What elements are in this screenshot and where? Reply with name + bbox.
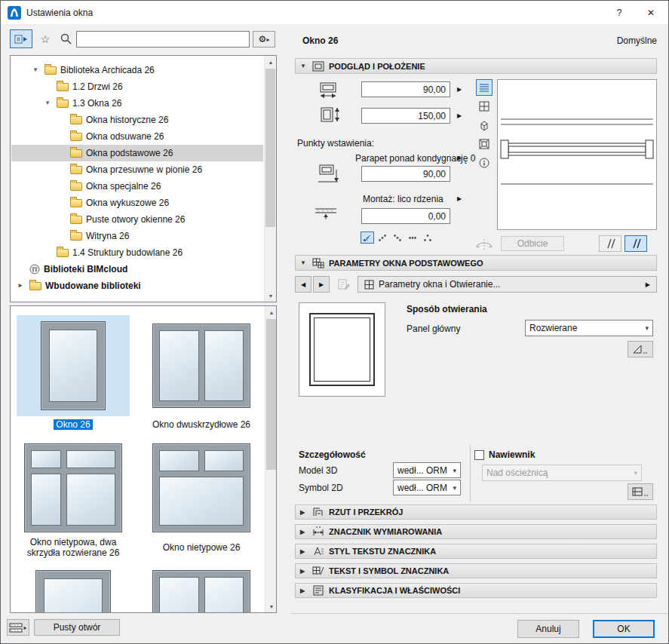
tree-item-struktury-budowlane[interactable]: 1.4 Struktury budowlane 26: [11, 244, 263, 261]
anchor-point-button-3[interactable]: [391, 232, 404, 244]
thumbnail-okno-26[interactable]: [17, 315, 130, 416]
width-field[interactable]: 90,00: [361, 81, 450, 97]
section-title: STYL TEKSTU ZNACZNIKA: [329, 547, 436, 556]
height-popup-button[interactable]: ▶: [453, 108, 465, 124]
chevron-right-icon[interactable]: ▸: [16, 281, 25, 289]
favorites-button[interactable]: ☆: [35, 29, 55, 48]
scroll-up-icon[interactable]: ▲: [265, 306, 277, 318]
orientation-left-button[interactable]: [599, 235, 621, 252]
tree-item-okna-specjalne[interactable]: Okna specjalne 26: [11, 178, 263, 195]
prev-page-button[interactable]: ◀: [295, 276, 311, 293]
chevron-down-icon[interactable]: ▾: [43, 99, 52, 106]
anchor-point-button-1[interactable]: [361, 232, 374, 244]
anchor-point-button-2[interactable]: [376, 232, 389, 244]
section-preview-position[interactable]: ▼ PODGLĄD I POŁOŻENIE: [295, 58, 657, 74]
section-title: TEKST I SYMBOL ZNACZNIKA: [329, 566, 449, 575]
mirror-axis-icon: [474, 238, 494, 251]
folder-icon: [44, 66, 57, 75]
sill-height-field[interactable]: 90,00: [361, 166, 450, 182]
marker-symbol-icon: [312, 566, 324, 576]
thumbnail-okno-nietypowa-dwa[interactable]: [17, 437, 130, 538]
scroll-up-icon[interactable]: ▲: [265, 56, 277, 68]
folder-icon: [70, 232, 82, 241]
view-mode-grid-button[interactable]: [476, 98, 493, 115]
anchor-point-button-4[interactable]: [406, 232, 419, 244]
tree-scrollbar-thumb[interactable]: [265, 69, 275, 227]
anchor-point-button-5[interactable]: [421, 232, 434, 244]
info-button[interactable]: [476, 155, 493, 171]
section-lines-icon: [479, 82, 489, 93]
anchor-popup-button[interactable]: ▶: [453, 192, 465, 204]
section-marker-text-style[interactable]: ▶ STYL TEKSTU ZNACZNIKA: [295, 544, 657, 559]
sill-height-icon: [317, 164, 339, 183]
tree-item-drzwi[interactable]: 1.2 Drzwi 26: [11, 78, 263, 95]
search-input[interactable]: [76, 31, 250, 48]
view-mode-3d-button[interactable]: [476, 117, 493, 133]
scroll-down-icon[interactable]: ▼: [265, 600, 277, 612]
tree-item-puste-otwory[interactable]: Puste otwory okienne 26: [11, 211, 263, 228]
ok-label: OK: [617, 624, 630, 634]
empty-opening-label: Pusty otwór: [54, 622, 101, 633]
vent-checkbox[interactable]: [474, 450, 484, 460]
main-panel-combo[interactable]: Rozwierane ▾: [525, 320, 653, 336]
grid-scrollbar-thumb[interactable]: [266, 319, 276, 470]
tree-item-biblioteki-bimcloud[interactable]: Biblioteki BIMcloud: [11, 261, 263, 278]
scroll-down-icon[interactable]: ▼: [265, 290, 277, 302]
orientation-right-button[interactable]: [625, 235, 647, 252]
vent-settings-button[interactable]: [628, 483, 653, 500]
view-mode-section-button[interactable]: [476, 79, 493, 96]
grid-scrollbar[interactable]: ▲ ▼: [265, 306, 277, 612]
preview-canvas[interactable]: [497, 79, 657, 230]
tree-item-okna-odsuwane[interactable]: Okna odsuwane 26: [11, 128, 263, 145]
cancel-button[interactable]: Anuluj: [517, 620, 579, 638]
classification-icon: [312, 585, 324, 596]
model-3d-combo[interactable]: wedł... ORM ▾: [393, 462, 461, 478]
thumbnail-okno-dwuskrzydlowe[interactable]: [145, 315, 258, 416]
vent-position-value: Nad ościeżnicą: [486, 468, 548, 478]
help-button[interactable]: ?: [603, 1, 635, 24]
section-title: RZUT I PRZEKRÓJ: [329, 508, 403, 517]
section-classification-properties[interactable]: ▶ KLASYFIKACJA I WŁAŚCIWOŚCI: [295, 583, 657, 598]
parameter-page-selector[interactable]: Parametry okna i Otwieranie... ▶: [358, 276, 657, 293]
tree-item-okna-podstawowe[interactable]: Okna podstawowe 26: [11, 145, 263, 161]
library-settings-button[interactable]: ⚙ ▸: [253, 31, 275, 48]
folder-icon: [70, 149, 82, 158]
tree-item-okna-przesuwne[interactable]: Okna przesuwne w pionie 26: [11, 161, 263, 178]
tree-scrollbar[interactable]: ▲ ▼: [264, 56, 276, 302]
symbol-2d-value: wedł... ORM: [397, 483, 447, 493]
tree-item-okna-historyczne[interactable]: Okna historyczne 26: [11, 112, 263, 128]
height-field[interactable]: 150,00: [361, 108, 450, 124]
cancel-label: Anuluj: [536, 624, 560, 634]
opening-angle-button[interactable]: [628, 341, 653, 357]
empty-opening-button[interactable]: Pusty otwór: [34, 619, 120, 636]
view-mode-preview-button[interactable]: [476, 136, 493, 152]
tree-item-biblioteka-archicada[interactable]: ▾ Biblioteka Archicada 26: [11, 62, 263, 78]
opening-mode-button[interactable]: ▸: [7, 619, 29, 636]
section-marker-text-symbol[interactable]: ▶ TEKST I SYMBOL ZNACZNIKA: [295, 563, 657, 578]
symbol-2d-combo[interactable]: wedł... ORM ▾: [393, 480, 461, 495]
chevron-down-icon[interactable]: ▾: [31, 66, 40, 73]
thumbnail-partial-1[interactable]: [17, 567, 130, 613]
main-panel-value: Rozwierane: [529, 323, 577, 333]
tree-item-wbudowane-biblioteki[interactable]: ▸ Wbudowane biblioteki: [11, 278, 263, 294]
thumbnail-okno-nietypowe[interactable]: [145, 437, 258, 538]
width-popup-button[interactable]: ▶: [453, 81, 465, 97]
main-panel-label: Panel główny: [407, 324, 460, 334]
section-dimension-marker[interactable]: ▶ ZNACZNIK WYMIAROWANIA: [295, 524, 657, 539]
tree-item-witryna[interactable]: Witryna 26: [11, 228, 263, 244]
thumbnail-partial-2[interactable]: [145, 567, 258, 613]
sill-popup-button[interactable]: ▶: [453, 152, 465, 164]
tree-item-okna[interactable]: ▾ 1.3 Okna 26: [11, 95, 263, 112]
tree-item-okna-wykuszowe[interactable]: Okna wykuszowe 26: [11, 195, 263, 211]
section-plan-section[interactable]: ▶ RZUT I PRZEKRÓJ: [295, 504, 657, 520]
search-button[interactable]: [57, 29, 75, 48]
titlebar[interactable]: Ustawienia okna ? ✕: [1, 1, 668, 25]
dialog-title: Ustawienia okna: [26, 8, 93, 18]
anchor-offset-field[interactable]: 0,00: [361, 208, 450, 224]
section-window-parameters[interactable]: ▼ PARAMETRY OKNA PODSTAWOWEGO: [295, 255, 657, 271]
ok-button[interactable]: OK: [593, 620, 655, 638]
next-page-button[interactable]: ▶: [313, 276, 330, 293]
close-button[interactable]: ✕: [635, 1, 667, 24]
folder-view-button[interactable]: [10, 29, 32, 48]
window-parameters-icon: [312, 258, 324, 268]
